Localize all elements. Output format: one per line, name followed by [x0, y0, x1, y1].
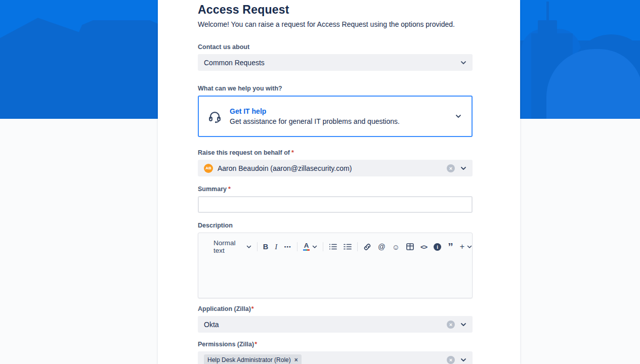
banner-left-skyline-shape	[0, 0, 158, 119]
permission-tag: Help Desk Administrator (Role) ×	[204, 354, 302, 364]
clear-field-icon[interactable]: ×	[447, 356, 455, 364]
description-editor[interactable]: Normal text B I ⋯	[198, 233, 473, 298]
application-label: Application (Zilla)	[198, 305, 251, 312]
required-asterisk: *	[291, 149, 294, 156]
chevron-down-icon	[455, 114, 461, 118]
toolbar-divider	[357, 242, 358, 251]
description-group: Description Normal text B I	[198, 221, 473, 298]
permissions-group: Permissions (Zilla)* Help Desk Administr…	[198, 340, 473, 364]
chevron-down-icon	[460, 61, 466, 65]
avatar: AB	[204, 164, 213, 173]
permissions-label: Permissions (Zilla)	[198, 341, 254, 348]
editor-content-area[interactable]	[198, 254, 472, 297]
plus-icon: +	[460, 242, 464, 251]
italic-icon[interactable]: I	[275, 243, 277, 251]
contact-about-label: Contact us about	[198, 43, 473, 51]
behalf-user-select[interactable]: AB Aaron Beaudoin (aaron@zillasecurity.c…	[198, 160, 473, 176]
contact-about-group: Contact us about Common Requests	[198, 43, 473, 71]
banner-left-illustration	[0, 0, 158, 119]
application-group: Application (Zilla)* Okta ×	[198, 305, 473, 333]
behalf-label: Raise this request on behalf of	[198, 149, 290, 156]
code-icon[interactable]: <>	[420, 243, 427, 251]
contact-about-select[interactable]: Common Requests	[198, 54, 473, 71]
application-value: Okta	[204, 321, 219, 329]
bullet-list-icon[interactable]	[329, 243, 337, 250]
required-asterisk: *	[228, 186, 231, 193]
description-label: Description	[198, 221, 473, 230]
toolbar-divider	[257, 242, 258, 251]
summary-group: Summary*	[198, 185, 473, 213]
chevron-down-icon	[467, 245, 472, 249]
more-formatting-icon[interactable]: ⋯	[284, 243, 291, 251]
mention-icon[interactable]: @	[378, 243, 386, 251]
help-with-label: What can we help you with?	[198, 84, 473, 93]
headset-icon	[208, 110, 222, 123]
banner-tower-antenna-shape	[546, 2, 549, 23]
toolbar-divider	[297, 242, 297, 251]
contact-about-value: Common Requests	[204, 59, 265, 67]
chevron-down-icon	[312, 245, 317, 249]
intro-text: Welcome! You can raise a request for Acc…	[198, 20, 473, 29]
editor-toolbar: Normal text B I ⋯	[198, 233, 472, 254]
text-style-dropdown[interactable]: Normal text	[214, 239, 251, 254]
help-with-group: What can we help you with? Get IT help	[198, 84, 473, 137]
text-style-value: Normal text	[214, 239, 244, 254]
chevron-down-icon	[246, 245, 251, 249]
application-select[interactable]: Okta ×	[198, 316, 473, 333]
permission-tag-label: Help Desk Administrator (Role)	[207, 356, 291, 363]
chevron-down-icon	[460, 323, 466, 327]
clear-field-icon[interactable]: ×	[447, 321, 455, 329]
insert-more-dropdown[interactable]: +	[460, 242, 472, 251]
bold-icon[interactable]: B	[263, 243, 268, 251]
chevron-down-icon	[460, 358, 466, 362]
link-icon[interactable]	[363, 243, 371, 251]
permissions-multiselect[interactable]: Help Desk Administrator (Role) × ×	[198, 351, 473, 364]
summary-input[interactable]	[198, 196, 473, 213]
emoji-icon[interactable]: ☺	[392, 243, 400, 251]
banner-right-illustration	[520, 0, 640, 119]
required-asterisk: *	[254, 341, 257, 348]
page-title: Access Request	[198, 2, 473, 17]
request-type-select[interactable]: Get IT help Get assistance for general I…	[198, 96, 473, 137]
request-type-title: Get IT help	[230, 107, 400, 116]
text-color-dropdown[interactable]: A	[303, 243, 317, 251]
quote-icon[interactable]: ”	[448, 244, 453, 250]
summary-label: Summary	[198, 186, 227, 193]
request-type-description: Get assistance for general IT problems a…	[230, 117, 400, 126]
clear-field-icon[interactable]: ×	[447, 164, 455, 172]
required-asterisk: *	[251, 305, 254, 312]
toolbar-divider	[323, 242, 323, 251]
text-color-icon: A	[303, 243, 310, 251]
request-form-card: Access Request Welcome! You can raise a …	[158, 0, 520, 364]
numbered-list-icon[interactable]	[344, 243, 352, 250]
table-icon[interactable]	[406, 243, 414, 250]
remove-tag-icon[interactable]: ×	[294, 356, 298, 363]
behalf-user-value: Aaron Beaudoin (aaron@zillasecurity.com)	[218, 164, 352, 172]
chevron-down-icon	[460, 166, 466, 170]
behalf-group: Raise this request on behalf of* AB Aaro…	[198, 149, 473, 176]
info-icon[interactable]: i	[434, 243, 441, 251]
